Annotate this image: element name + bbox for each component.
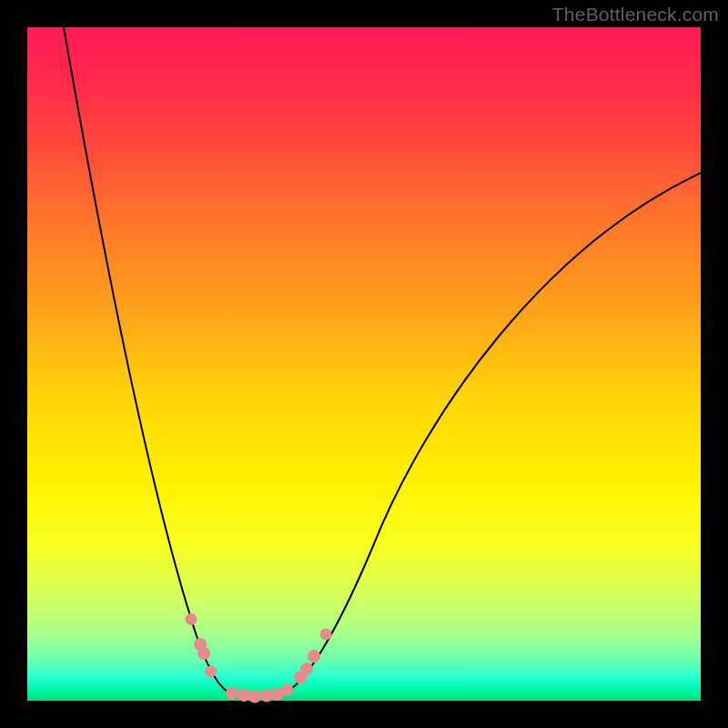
chart-stage: TheBottleneck.com: [0, 0, 728, 728]
marker-dot: [260, 690, 273, 703]
marker-dot: [308, 650, 320, 662]
marker-dot: [238, 689, 250, 702]
marker-dot: [282, 684, 294, 696]
marker-dot: [205, 666, 217, 678]
chart-svg: [0, 0, 728, 728]
marker-dot: [320, 629, 332, 641]
marker-dot: [226, 687, 238, 700]
marker-dot: [197, 647, 210, 660]
marker-dot: [248, 691, 261, 703]
marker-dot: [300, 662, 313, 675]
marker-dot: [186, 613, 197, 625]
watermark-text: TheBottleneck.com: [552, 4, 719, 25]
